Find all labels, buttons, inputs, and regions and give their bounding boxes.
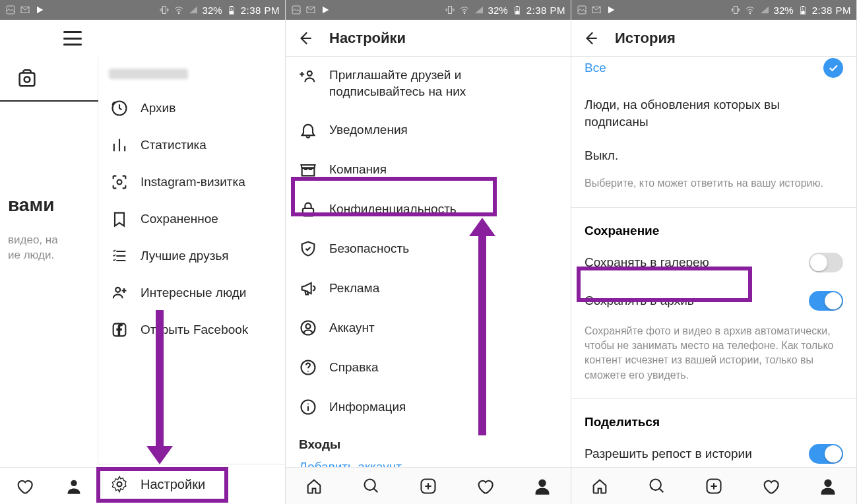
clock-text: 2:38 PM bbox=[526, 5, 565, 16]
gallery-icon bbox=[577, 5, 587, 15]
home-icon[interactable] bbox=[590, 477, 609, 495]
battery-text: 32% bbox=[774, 5, 794, 16]
settings-label: Компания bbox=[329, 162, 387, 177]
back-icon[interactable] bbox=[296, 30, 313, 47]
svg-rect-38 bbox=[802, 6, 804, 7]
menu-button[interactable] bbox=[63, 31, 82, 46]
check-icon bbox=[823, 58, 843, 78]
settings-item-notifications[interactable]: Уведомления bbox=[286, 110, 571, 150]
vibrate-icon bbox=[730, 5, 741, 15]
reply-option-followers[interactable]: Люди, на обновления которых вы подписаны bbox=[571, 87, 856, 139]
toggle-save-archive[interactable] bbox=[809, 291, 843, 311]
search-icon[interactable] bbox=[362, 477, 381, 495]
new-post-icon[interactable] bbox=[705, 477, 723, 495]
drawer-item-discover[interactable]: Интересные люди bbox=[98, 274, 285, 311]
signal-icon bbox=[759, 5, 770, 15]
username-obscured bbox=[109, 69, 188, 79]
bell-icon bbox=[299, 121, 317, 139]
save-gallery-row[interactable]: Сохранять в галерею bbox=[571, 243, 856, 282]
vibrate-icon bbox=[445, 5, 455, 15]
partial-sub-1: видео, на bbox=[8, 232, 90, 248]
settings-item-security[interactable]: Безопасность bbox=[286, 229, 571, 268]
profile-tab-icon[interactable] bbox=[533, 477, 552, 495]
lock-icon bbox=[299, 200, 317, 218]
new-post-icon[interactable] bbox=[419, 477, 437, 495]
drawer-item-archive[interactable]: Архив bbox=[98, 90, 285, 127]
reply-option-off[interactable]: Выкл. bbox=[571, 139, 856, 172]
svg-point-14 bbox=[117, 482, 122, 487]
drawer-label: Лучшие друзья bbox=[141, 249, 229, 263]
mail-icon bbox=[591, 5, 602, 15]
wifi-icon bbox=[174, 5, 184, 15]
settings-item-invite-friends[interactable]: Приглашайте друзей и подписывайтесь на н… bbox=[286, 57, 571, 110]
svg-point-42 bbox=[825, 480, 831, 486]
add-account-link[interactable]: Добавить аккаунт bbox=[286, 455, 571, 467]
battery-icon bbox=[798, 5, 808, 15]
settings-item-account[interactable]: Аккаунт bbox=[286, 308, 571, 348]
discover-icon bbox=[110, 284, 129, 302]
activity-icon[interactable] bbox=[476, 477, 494, 495]
archive-icon bbox=[110, 99, 129, 117]
settings-item-ads[interactable]: Реклама bbox=[286, 268, 571, 308]
drawer-footer-label: Настройки bbox=[141, 477, 205, 492]
profile-top-bar bbox=[0, 20, 285, 57]
svg-point-25 bbox=[306, 325, 311, 329]
settings-item-help[interactable]: Справка bbox=[286, 348, 571, 387]
stats-icon bbox=[110, 136, 129, 154]
settings-label: Информация bbox=[329, 400, 406, 414]
save-archive-row[interactable]: Сохранять в архив bbox=[571, 282, 856, 320]
gear-icon bbox=[110, 475, 129, 493]
drawer-item-nametag[interactable]: Instagram-визитка bbox=[98, 164, 285, 201]
drawer-item-facebook[interactable]: Открыть Facebook bbox=[98, 311, 285, 348]
drawer-item-close-friends[interactable]: Лучшие друзья bbox=[98, 237, 285, 274]
settings-item-business[interactable]: Компания bbox=[286, 150, 571, 189]
bottom-nav bbox=[286, 467, 571, 504]
drawer-label: Статистика bbox=[141, 138, 206, 152]
allow-repost-label: Разрешить репост в истории bbox=[585, 447, 752, 461]
svg-rect-5 bbox=[230, 6, 233, 7]
toggle-save-gallery[interactable] bbox=[809, 253, 843, 272]
drawer-label: Архив bbox=[141, 101, 175, 115]
side-drawer: Архив Статистика Instagram-визитка Сохра… bbox=[98, 57, 285, 504]
status-bar: 32% 2:38 PM bbox=[0, 0, 285, 20]
bookmark-icon bbox=[110, 210, 129, 228]
drawer-item-stats[interactable]: Статистика bbox=[98, 127, 285, 164]
reply-option-all[interactable]: Все bbox=[571, 58, 856, 87]
svg-point-8 bbox=[24, 77, 30, 82]
clock-text: 2:38 PM bbox=[812, 5, 851, 16]
settings-item-about[interactable]: Информация bbox=[286, 387, 571, 427]
reply-hint: Выберите, кто может ответить на вашу ист… bbox=[571, 172, 856, 201]
toggle-allow-repost[interactable] bbox=[809, 444, 843, 464]
add-user-icon bbox=[299, 67, 317, 86]
back-icon[interactable] bbox=[582, 30, 599, 47]
mail-icon bbox=[20, 5, 30, 15]
settings-list: Приглашайте друзей и подписывайтесь на н… bbox=[286, 57, 571, 467]
drawer-settings[interactable]: Настройки bbox=[98, 464, 285, 504]
tagged-tab-icon[interactable] bbox=[16, 67, 38, 90]
allow-repost-row[interactable]: Разрешить репост в истории bbox=[571, 435, 856, 467]
drawer-label: Интересные люди bbox=[141, 286, 246, 300]
settings-label: Конфиденциальность bbox=[329, 202, 457, 216]
activity-icon[interactable] bbox=[761, 477, 780, 495]
archive-hint: Сохраняйте фото и видео в архив автомати… bbox=[571, 320, 856, 394]
reply-off-label: Выкл. bbox=[585, 148, 618, 163]
reply-all-label: Все bbox=[585, 61, 606, 75]
partial-heading: вами bbox=[8, 194, 90, 216]
settings-item-privacy[interactable]: Конфиденциальность bbox=[286, 189, 571, 229]
gallery-icon bbox=[5, 5, 16, 15]
drawer-label: Instagram-визитка bbox=[141, 175, 245, 189]
profile-tab-icon[interactable] bbox=[819, 477, 837, 495]
svg-point-12 bbox=[115, 288, 120, 292]
search-icon[interactable] bbox=[648, 477, 666, 495]
home-icon[interactable] bbox=[305, 477, 323, 495]
logins-section: Входы bbox=[286, 427, 571, 455]
signal-icon bbox=[188, 5, 199, 15]
status-bar: 32% 2:38 PM bbox=[571, 0, 856, 20]
activity-icon[interactable] bbox=[15, 477, 34, 495]
screen-1-profile-drawer: 32% 2:38 PM вами видео, на ие люди. bbox=[0, 0, 286, 504]
profile-left-column: вами видео, на ие люди. bbox=[0, 57, 98, 504]
screen-2-settings: 32% 2:38 PM Настройки Приглашайте друзей… bbox=[286, 0, 571, 504]
drawer-item-saved[interactable]: Сохраненное bbox=[98, 201, 285, 237]
profile-tab-icon[interactable] bbox=[65, 477, 83, 495]
account-icon bbox=[299, 319, 317, 337]
